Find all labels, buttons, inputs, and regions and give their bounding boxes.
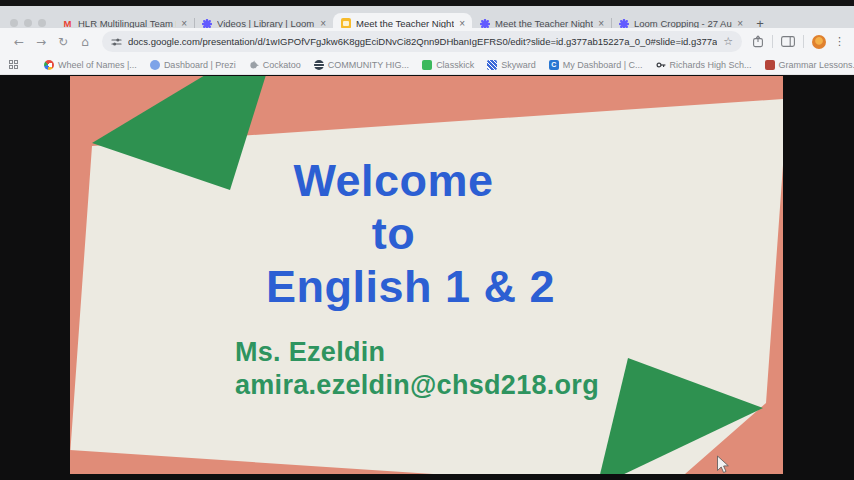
presenter-name: Ms. Ezeldin (235, 336, 599, 369)
bookmark-label: Wheel of Names |... (58, 60, 137, 70)
site-settings-icon[interactable] (111, 37, 122, 47)
grammar-icon (765, 60, 775, 70)
bookmark-cockatoo[interactable]: Cockatoo (249, 60, 301, 70)
reload-button[interactable]: ↻ (52, 35, 74, 49)
bookmark-label: COMMUNITY HIG... (328, 60, 409, 70)
side-panel-icon[interactable] (781, 36, 795, 47)
mouse-cursor (716, 455, 729, 474)
bookmark-star-icon[interactable]: ☆ (723, 35, 733, 48)
address-bar[interactable]: docs.google.com/presentation/d/1wIGPOfVF… (102, 31, 742, 52)
bookmark-prezi[interactable]: Dashboard | Prezi (150, 60, 236, 70)
bookmark-wheel-of-names[interactable]: Wheel of Names |... (44, 60, 137, 70)
apps-grid-icon[interactable] (9, 60, 18, 69)
globe-icon (314, 60, 324, 70)
screen: M HLR Multilingual Team Meeti × Videos |… (0, 0, 854, 480)
wheel-of-names-icon (44, 60, 54, 70)
bookmark-grammar-lessons[interactable]: Grammar Lessons... (765, 60, 854, 70)
minimize-window-button[interactable] (24, 19, 32, 27)
profile-avatar[interactable] (812, 35, 826, 49)
toolbar-right-icons: ⋮ (752, 35, 845, 49)
close-window-button[interactable] (10, 19, 18, 27)
bookmark-community-high[interactable]: COMMUNITY HIG... (314, 60, 409, 70)
share-icon[interactable] (752, 35, 764, 48)
close-tab-icon[interactable]: × (181, 19, 187, 29)
prezi-icon (150, 60, 160, 70)
close-tab-icon[interactable]: × (320, 19, 326, 29)
title-line-3: English 1 & 2 (70, 260, 767, 313)
dashboard-c-icon: C (549, 60, 559, 70)
title-line-1: Welcome (70, 154, 750, 207)
tab-strip: M HLR Multilingual Team Meeti × Videos |… (0, 6, 854, 28)
presenter-email: amira.ezeldin@chsd218.org (235, 369, 599, 402)
divider (803, 35, 804, 48)
home-button[interactable]: ⌂ (74, 35, 96, 49)
classkick-icon (422, 60, 432, 70)
url-text: docs.google.com/presentation/d/1wIGPOfVF… (128, 36, 717, 47)
back-button[interactable]: ← (8, 35, 30, 49)
title-line-2: to (70, 207, 750, 260)
close-tab-icon[interactable]: × (459, 19, 465, 29)
zoom-window-button[interactable] (38, 19, 46, 27)
page-content: Welcome to English 1 & 2 Ms. Ezeldin ami… (0, 75, 854, 480)
slide-title: Welcome to English 1 & 2 (70, 154, 767, 313)
slide-canvas[interactable]: Welcome to English 1 & 2 Ms. Ezeldin ami… (70, 76, 783, 474)
browser-toolbar: ← → ↻ ⌂ docs.google.com/presentation/d/1… (0, 28, 854, 55)
browser-menu-icon[interactable]: ⋮ (834, 35, 845, 48)
forward-button[interactable]: → (30, 35, 52, 49)
divider (772, 35, 773, 48)
cockatoo-icon (249, 60, 259, 70)
bookmarks-bar: Wheel of Names |... Dashboard | Prezi Co… (0, 55, 854, 75)
bookmark-label: My Dashboard | C... (563, 60, 643, 70)
bookmark-richards-high[interactable]: Richards High Sch... (656, 60, 752, 70)
bookmark-my-dashboard[interactable]: C My Dashboard | C... (549, 60, 643, 70)
bookmark-classkick[interactable]: Classkick (422, 60, 474, 70)
bookmark-skyward[interactable]: Skyward (487, 60, 536, 70)
bookmark-label: Classkick (436, 60, 474, 70)
bookmark-label: Grammar Lessons... (779, 60, 854, 70)
skyward-icon (487, 60, 497, 70)
bookmark-label: Dashboard | Prezi (164, 60, 236, 70)
bookmark-label: Skyward (501, 60, 536, 70)
coral-bottom-left-shape (70, 450, 433, 474)
close-tab-icon[interactable]: × (737, 19, 743, 29)
key-icon (656, 60, 666, 70)
bookmark-label: Cockatoo (263, 60, 301, 70)
bookmark-label: Richards High Sch... (670, 60, 752, 70)
close-tab-icon[interactable]: × (598, 19, 604, 29)
slide-subtitle: Ms. Ezeldin amira.ezeldin@chsd218.org (235, 336, 599, 402)
